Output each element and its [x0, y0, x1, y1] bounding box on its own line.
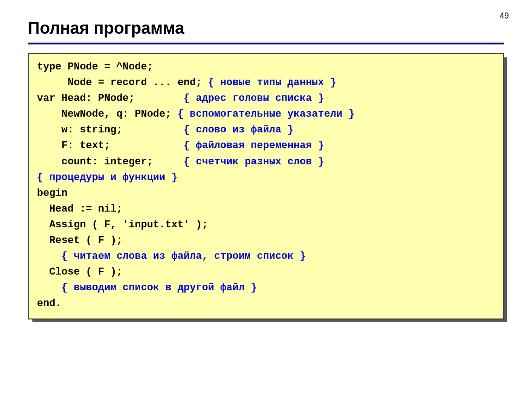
code-line: begin — [37, 188, 68, 199]
code-comment: { выводим список в другой файл } — [37, 282, 257, 294]
code-container: type PNode = ^Node; Node = record ... en… — [28, 53, 504, 319]
code-line: NewNode, q: PNode; — [37, 108, 171, 120]
code-comment: { счетчик разных слов } — [184, 156, 324, 168]
title-underline — [28, 43, 504, 44]
code-line: w: string; — [37, 124, 178, 136]
code-line: Node = record ... end; — [37, 77, 202, 88]
code-line: end. — [37, 298, 62, 309]
code-comment: { новые типы данных } — [208, 77, 336, 88]
slide-title: Полная программа — [28, 19, 504, 38]
code-line: F: text; — [37, 140, 178, 151]
code-line: count: integer; — [37, 156, 178, 168]
code-line: Head := nil; — [37, 203, 123, 215]
code-line: var Head: PNode; — [37, 93, 178, 104]
code-comment: { слово из файла } — [184, 124, 294, 136]
code-comment: { файловая переменная } — [184, 140, 324, 151]
code-line: Assign ( F, 'input.txt' ); — [37, 219, 208, 231]
code-line: type PNode = ^Node; — [37, 61, 153, 73]
code-comment: { вспомогательные указатели } — [178, 108, 355, 120]
code-line: Reset ( F ); — [37, 235, 123, 246]
code-comment: { процедуры и функции } — [37, 172, 178, 183]
code-block: type PNode = ^Node; Node = record ... en… — [28, 53, 504, 319]
code-comment: { адрес головы списка } — [184, 93, 324, 104]
code-comment: { читаем слова из файла, строим список } — [37, 250, 306, 262]
code-line: Close ( F ); — [37, 266, 123, 278]
page-number: 49 — [500, 11, 509, 21]
